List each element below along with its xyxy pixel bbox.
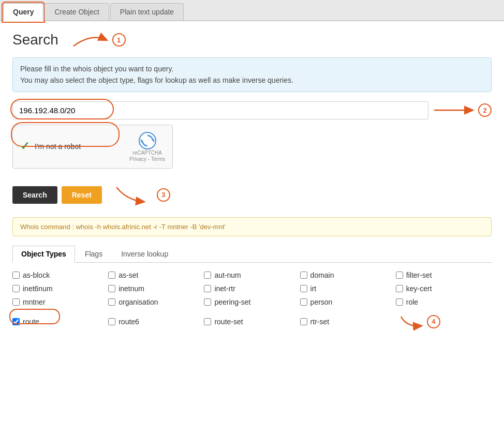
label-as-set: as-set <box>118 271 138 279</box>
checkbox-item-key-cert: key-cert <box>396 284 492 293</box>
checkbox-role[interactable] <box>396 298 403 306</box>
label-person: person <box>310 298 333 306</box>
recaptcha-widget[interactable]: ✓ I'm not a robot reCAPTCHA Privacy - Te… <box>12 125 173 169</box>
sub-tab-flags[interactable]: Flags <box>76 246 111 262</box>
annotation-4-group: 4 <box>396 311 492 332</box>
annotation-1: 1 <box>112 33 126 47</box>
checkbox-inet-rtr[interactable] <box>204 285 211 292</box>
recaptcha-logo-area: reCAPTCHA Privacy - Terms <box>129 131 165 162</box>
search-bar-full: 2 <box>12 101 492 119</box>
buttons-row: Search Reset 3 <box>12 182 492 208</box>
object-types-grid: as-block as-set aut-num domain filter-se… <box>12 271 492 332</box>
arrow-4-icon <box>396 311 427 332</box>
checkbox-item-role: role <box>396 298 492 306</box>
sub-tab-bar: Object Types Flags Inverse lookup <box>12 246 492 263</box>
checkbox-route6[interactable] <box>108 318 115 325</box>
recaptcha-check-area[interactable]: ✓ I'm not a robot <box>20 140 124 153</box>
tab-create-object[interactable]: Create Object <box>45 3 109 20</box>
checkbox-item-mntner: mntner <box>12 298 108 306</box>
checkbox-item-as-set: as-set <box>108 271 204 279</box>
tab-plain-text-update[interactable]: Plain text update <box>110 3 184 20</box>
label-peering-set: peering-set <box>214 298 250 306</box>
checkbox-inet6num[interactable] <box>12 285 20 292</box>
main-content: Search 1 Please fill in the whois object… <box>0 21 504 341</box>
recaptcha-icon <box>138 131 157 150</box>
checkbox-item-person: person <box>300 298 396 306</box>
checkbox-item-organisation: organisation <box>108 298 204 306</box>
whois-command-text: Whois command : whois -h whois.afrinic.n… <box>20 223 226 231</box>
label-as-block: as-block <box>23 271 50 279</box>
app-container: Query Create Object Plain text update Se… <box>0 0 504 341</box>
annotation-3: 3 <box>157 188 170 202</box>
page-title: Search <box>12 32 58 48</box>
recaptcha-label: I'm not a robot <box>35 142 81 151</box>
label-inet6num: inet6num <box>23 284 53 293</box>
info-line-2: You may also select the object type, fla… <box>20 74 484 86</box>
checkbox-filter-set[interactable] <box>396 272 403 279</box>
checkbox-aut-num[interactable] <box>204 272 211 279</box>
checkbox-peering-set[interactable] <box>204 298 211 306</box>
checkbox-organisation[interactable] <box>108 298 115 306</box>
checkbox-item-domain: domain <box>300 271 396 279</box>
arrow-3-icon <box>111 182 153 208</box>
checkmark-icon: ✓ <box>20 140 29 153</box>
label-inetnum: inetnum <box>118 284 144 293</box>
label-organisation: organisation <box>118 298 158 306</box>
checkbox-item-aut-num: aut-num <box>204 271 300 279</box>
label-route6: route6 <box>118 318 139 326</box>
label-irt: irt <box>310 284 317 293</box>
checkbox-route-set[interactable] <box>204 318 211 325</box>
search-query-input[interactable] <box>12 101 428 119</box>
checkbox-item-inet6num: inet6num <box>12 284 108 293</box>
recaptcha-links: Privacy - Terms <box>129 156 165 162</box>
checkbox-domain[interactable] <box>300 272 307 279</box>
checkbox-item-inet-rtr: inet-rtr <box>204 284 300 293</box>
arrow-1-icon <box>71 31 112 49</box>
checkbox-item-irt: irt <box>300 284 396 293</box>
label-rtr-set: rtr-set <box>310 318 330 326</box>
whois-command-box: Whois command : whois -h whois.afrinic.n… <box>12 217 492 236</box>
checkbox-item-rtr-set: rtr-set <box>300 311 396 332</box>
checkbox-item-route: route <box>12 311 108 332</box>
info-box: Please fill in the whois object you want… <box>12 57 492 92</box>
search-button[interactable]: Search <box>12 186 57 204</box>
sub-tab-object-types[interactable]: Object Types <box>12 246 75 263</box>
label-key-cert: key-cert <box>406 284 432 293</box>
annotation-4: 4 <box>427 315 440 328</box>
label-mntner: mntner <box>23 298 46 306</box>
checkbox-irt[interactable] <box>300 285 307 292</box>
annotation-2-group: 2 <box>432 102 492 118</box>
checkbox-as-block[interactable] <box>12 272 20 279</box>
checkbox-item-inetnum: inetnum <box>108 284 204 293</box>
checkbox-mntner[interactable] <box>12 298 20 306</box>
label-route: route <box>23 318 39 326</box>
page-title-row: Search 1 <box>12 31 492 49</box>
checkbox-rtr-set[interactable] <box>300 318 307 325</box>
reset-button[interactable]: Reset <box>62 186 102 204</box>
checkbox-item-filter-set: filter-set <box>396 271 492 279</box>
recaptcha-section: ✓ I'm not a robot reCAPTCHA Privacy - Te… <box>12 125 492 176</box>
tab-query[interactable]: Query <box>3 3 43 21</box>
info-line-1: Please fill in the whois object you want… <box>20 63 484 74</box>
label-route-set: route-set <box>214 318 243 326</box>
label-inet-rtr: inet-rtr <box>214 284 235 293</box>
annotation-2b: 2 <box>478 103 492 117</box>
checkbox-as-set[interactable] <box>108 272 115 279</box>
sub-tab-inverse-lookup[interactable]: Inverse lookup <box>112 246 177 262</box>
recaptcha-brand: reCAPTCHA <box>132 150 162 156</box>
arrow-2b-icon <box>432 102 478 118</box>
checkbox-person[interactable] <box>300 298 307 306</box>
checkbox-item-route-set: route-set <box>204 311 300 332</box>
checkbox-inetnum[interactable] <box>108 285 115 292</box>
checkbox-item-route6: route6 <box>108 311 204 332</box>
checkbox-item-peering-set: peering-set <box>204 298 300 306</box>
checkbox-route[interactable] <box>12 318 20 325</box>
label-aut-num: aut-num <box>214 271 241 279</box>
checkbox-key-cert[interactable] <box>396 285 403 292</box>
checkbox-item-as-block: as-block <box>12 271 108 279</box>
tab-bar: Query Create Object Plain text update <box>0 0 504 21</box>
label-role: role <box>406 298 418 306</box>
label-domain: domain <box>310 271 334 279</box>
label-filter-set: filter-set <box>406 271 432 279</box>
